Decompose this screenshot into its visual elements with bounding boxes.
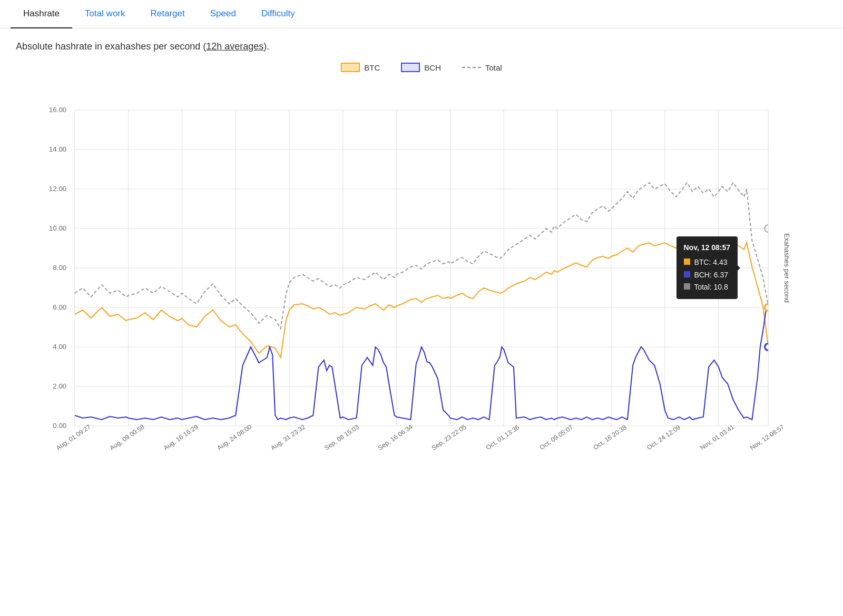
btc-line bbox=[75, 241, 769, 357]
svg-text:Sep, 23 22:05: Sep, 23 22:05 bbox=[430, 423, 468, 452]
svg-text:Exahashes per second: Exahashes per second bbox=[783, 233, 791, 303]
total-label: Total bbox=[485, 63, 502, 72]
svg-text:8.00: 8.00 bbox=[53, 264, 66, 272]
tab-difficulty[interactable]: Difficulty bbox=[249, 0, 308, 28]
svg-text:Aug, 24 08:00: Aug, 24 08:00 bbox=[215, 423, 253, 452]
svg-text:14.00: 14.00 bbox=[49, 145, 66, 153]
total-swatch bbox=[462, 67, 481, 68]
tab-retarget[interactable]: Retarget bbox=[138, 0, 198, 28]
svg-text:0.00: 0.00 bbox=[53, 422, 66, 430]
chart-area: 0.00 2.00 4.00 6.00 8.00 10.00 12.00 14.… bbox=[42, 78, 801, 458]
svg-text:Nov, 12 08:57: Nov, 12 08:57 bbox=[749, 423, 786, 452]
svg-text:Nov, 01 03:41: Nov, 01 03:41 bbox=[699, 423, 736, 452]
tab-bar: Hashrate Total work Retarget Speed Diffi… bbox=[0, 0, 843, 28]
svg-text:Oct, 01 13:36: Oct, 01 13:36 bbox=[485, 423, 521, 451]
svg-text:Sep, 16 06:34: Sep, 16 06:34 bbox=[377, 423, 414, 452]
bch-swatch bbox=[401, 63, 420, 72]
total-line bbox=[75, 183, 769, 329]
chart-legend: BTC BCH Total bbox=[42, 63, 801, 72]
svg-text:Aug, 09 00:58: Aug, 09 00:58 bbox=[109, 423, 146, 452]
legend-btc: BTC bbox=[341, 63, 380, 72]
bch-line bbox=[75, 305, 769, 420]
tab-speed[interactable]: Speed bbox=[198, 0, 249, 28]
btc-swatch bbox=[341, 63, 360, 72]
svg-text:Aug, 16 16:29: Aug, 16 16:29 bbox=[162, 423, 200, 452]
svg-text:16.00: 16.00 bbox=[49, 106, 66, 114]
tab-hashrate[interactable]: Hashrate bbox=[11, 0, 72, 28]
svg-text:12.00: 12.00 bbox=[49, 185, 66, 193]
svg-text:Sep, 08 15:03: Sep, 08 15:03 bbox=[323, 423, 360, 452]
btc-label: BTC bbox=[364, 63, 380, 72]
bch-label: BCH bbox=[424, 63, 441, 72]
chart-svg: 0.00 2.00 4.00 6.00 8.00 10.00 12.00 14.… bbox=[42, 78, 801, 458]
svg-text:Aug, 31 23:32: Aug, 31 23:32 bbox=[269, 423, 307, 452]
svg-text:6.00: 6.00 bbox=[53, 303, 66, 311]
svg-text:Oct, 09 05:07: Oct, 09 05:07 bbox=[538, 423, 574, 451]
svg-text:Oct, 24 12:09: Oct, 24 12:09 bbox=[645, 423, 682, 451]
chart-subtitle: Absolute hashrate in exahashes per secon… bbox=[0, 28, 843, 57]
tab-total-work[interactable]: Total work bbox=[72, 0, 138, 28]
svg-text:Oct, 16 20:38: Oct, 16 20:38 bbox=[592, 423, 628, 451]
svg-rect-0 bbox=[75, 78, 769, 426]
svg-text:10.00: 10.00 bbox=[49, 224, 66, 232]
subtitle-link[interactable]: 12h averages bbox=[206, 41, 263, 52]
legend-total: Total bbox=[462, 63, 502, 72]
chart-container: BTC BCH Total 0.00 2.00 4.00 bbox=[0, 57, 843, 500]
svg-text:2.00: 2.00 bbox=[53, 382, 66, 390]
svg-text:4.00: 4.00 bbox=[53, 343, 66, 351]
legend-bch: BCH bbox=[401, 63, 441, 72]
